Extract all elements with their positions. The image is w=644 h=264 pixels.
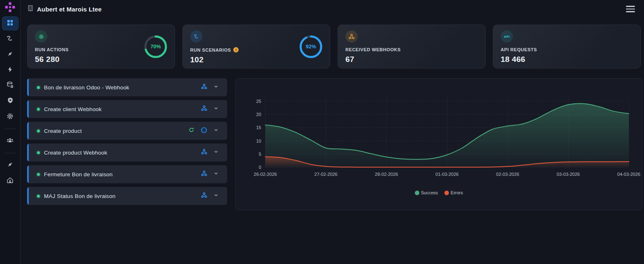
- svg-text:02-03-2026: 02-03-2026: [496, 172, 519, 177]
- status-dot: [37, 195, 40, 198]
- svg-text:15: 15: [256, 125, 261, 130]
- sidebar-item-instant-triggers[interactable]: [2, 63, 18, 77]
- sidebar-divider: [5, 153, 16, 153]
- scenario-row-label: Fermeture Bon de livraison: [44, 171, 201, 178]
- shield-icon: [7, 97, 14, 106]
- sidebar-item-scenarios[interactable]: [2, 32, 18, 46]
- chevron-down-icon[interactable]: [213, 105, 219, 113]
- stat-cards-row: RUN ACTIONS 56 280 70% RUN SCENARIOS ! 1…: [21, 18, 644, 68]
- row-accent-bar: [27, 100, 29, 118]
- route-icon: [190, 30, 202, 43]
- stat-card-value: 67: [345, 55, 478, 64]
- scenario-row-label: Bon de livraison Odoo - Webhook: [44, 84, 201, 91]
- stat-card-received-webhooks: RECEIVED WEBHOOKS 67: [338, 25, 485, 68]
- integration-logo-icon: [5, 2, 16, 14]
- gear-icon: [35, 30, 47, 43]
- row-accent-bar: [27, 187, 29, 205]
- row-accent-bar: [27, 122, 29, 140]
- chevron-down-icon[interactable]: [213, 171, 219, 178]
- webhook-icon: [201, 148, 207, 157]
- topbar: Aubert et Marois Ltee: [21, 0, 644, 18]
- svg-text:0: 0: [259, 165, 261, 170]
- chevron-down-icon[interactable]: [213, 127, 219, 134]
- webhook-icon: [201, 105, 207, 113]
- gear-icon: [6, 112, 14, 122]
- scenario-row-label: Create product Webhook: [44, 150, 201, 156]
- webhook-icon: [201, 83, 207, 91]
- database-gear-icon: [6, 81, 14, 91]
- stat-card-value: 18 466: [501, 55, 633, 64]
- sidebar-item-connections[interactable]: [2, 48, 18, 61]
- legend-dot: [444, 191, 449, 195]
- svg-text:04-03-2026: 04-03-2026: [617, 172, 640, 177]
- sidebar-item-settings[interactable]: [2, 110, 18, 124]
- legend-item-errors[interactable]: Errors: [444, 190, 463, 195]
- building-icon: [27, 5, 34, 13]
- legend-item-success[interactable]: Success: [415, 190, 438, 195]
- scenario-row[interactable]: Bon de livraison Odoo - Webhook: [27, 78, 227, 96]
- row-accent-bar: [27, 78, 29, 96]
- scenario-row-label: MAJ Status Bon de livraison: [44, 193, 201, 199]
- scenario-row[interactable]: Create client Webhook: [27, 100, 227, 118]
- status-dot: [37, 173, 40, 176]
- svg-text:10: 10: [256, 139, 261, 143]
- api-badge-icon: API: [501, 30, 513, 43]
- scenario-row[interactable]: Create product Webhook: [27, 143, 227, 162]
- chevron-down-icon[interactable]: [213, 149, 219, 156]
- plug-icon: [7, 50, 14, 59]
- stat-card-run-actions: RUN ACTIONS 56 280 70%: [27, 25, 175, 68]
- history-chart-panel: 26-02-202627-02-202628-02-202601-03-2026…: [235, 78, 642, 210]
- home-user-icon: [6, 176, 14, 186]
- scenario-row[interactable]: Fermeture Bon de livraison: [27, 165, 227, 183]
- scenario-row[interactable]: Create product: [27, 122, 227, 140]
- svg-text:20: 20: [256, 112, 261, 117]
- clock-icon: [200, 127, 207, 135]
- status-dot: [37, 130, 40, 132]
- svg-text:25: 25: [256, 99, 261, 104]
- row-accent-bar: [27, 143, 29, 162]
- bolt-icon: [7, 66, 14, 75]
- webhook-icon: [201, 192, 207, 200]
- dashboard-grid-icon: [6, 19, 14, 28]
- sidebar: [0, 0, 21, 264]
- stat-card-run-scenarios: RUN SCENARIOS ! 102 92%: [182, 25, 330, 68]
- sidebar-divider: [5, 129, 16, 129]
- svg-text:27-02-2026: 27-02-2026: [314, 172, 337, 177]
- refresh-icon: [188, 127, 195, 135]
- svg-text:28-02-2026: 28-02-2026: [375, 172, 398, 177]
- scenario-row-label: Create client Webhook: [44, 106, 201, 112]
- svg-text:03-03-2026: 03-03-2026: [557, 172, 580, 177]
- stat-card-label: API REQUESTS: [501, 47, 633, 52]
- success-errors-area-chart: 26-02-202627-02-202628-02-202601-03-2026…: [246, 82, 632, 189]
- sidebar-item-data-stores[interactable]: [2, 79, 18, 93]
- webhook-icon: [201, 170, 207, 178]
- row-accent-bar: [27, 165, 29, 183]
- chevron-down-icon[interactable]: [213, 192, 219, 200]
- route-icon: [6, 34, 14, 44]
- webhook-icon: [345, 30, 358, 43]
- chevron-down-icon[interactable]: [213, 84, 219, 91]
- sidebar-item-security[interactable]: [2, 94, 18, 108]
- menu-hamburger-icon[interactable]: [626, 6, 635, 12]
- sidebar-item-team[interactable]: [2, 134, 18, 148]
- svg-text:01-03-2026: 01-03-2026: [435, 172, 458, 177]
- status-dot: [37, 151, 40, 154]
- legend-dot: [415, 191, 419, 195]
- page-title: Aubert et Marois Ltee: [37, 6, 102, 13]
- svg-text:26-02-2026: 26-02-2026: [254, 172, 277, 177]
- sidebar-item-integrations[interactable]: [2, 158, 18, 172]
- stat-card-label: RECEIVED WEBHOOKS: [345, 47, 478, 52]
- svg-text:5: 5: [259, 152, 261, 157]
- sidebar-item-account[interactable]: [2, 174, 18, 188]
- app-logo[interactable]: [2, 1, 18, 15]
- scenario-list: Bon de livraison Odoo - Webhook: [27, 78, 227, 205]
- scenario-row-label: Create product: [44, 128, 188, 134]
- chart-legend: SuccessErrors: [415, 190, 463, 195]
- stat-card-api-requests: API API REQUESTS 18 466: [493, 25, 641, 68]
- warning-badge: !: [233, 47, 239, 52]
- plug-icon: [7, 161, 14, 170]
- status-dot: [37, 86, 40, 89]
- status-dot: [37, 108, 40, 111]
- sidebar-item-dashboard[interactable]: [2, 16, 18, 30]
- scenario-row[interactable]: MAJ Status Bon de livraison: [27, 187, 227, 205]
